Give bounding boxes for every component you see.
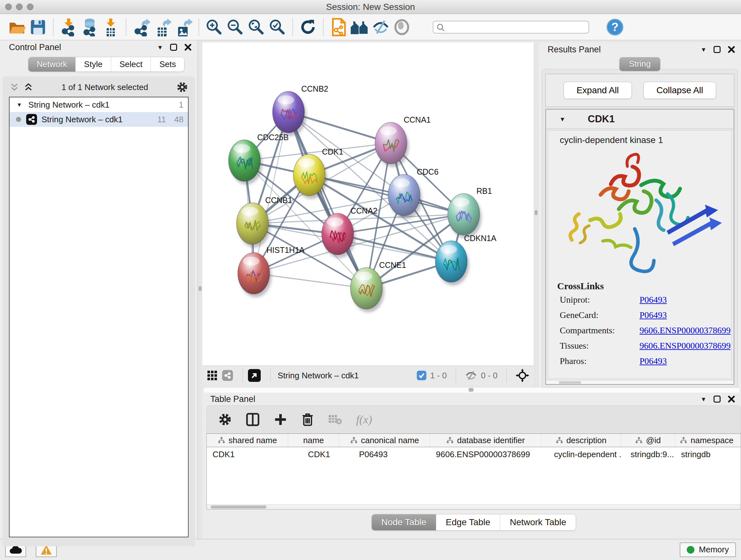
- hide-panels-button[interactable]: [370, 17, 391, 38]
- network-badge-icon[interactable]: [222, 370, 233, 381]
- close-panel-icon[interactable]: [728, 46, 735, 53]
- help-button[interactable]: ?: [604, 17, 625, 38]
- import-network-from-database-button[interactable]: [79, 17, 100, 38]
- add-column-icon[interactable]: [274, 413, 287, 426]
- gear-icon[interactable]: [177, 81, 188, 93]
- network-selection-status: 1 of 1 Network selected: [33, 82, 177, 92]
- birds-eye-toggle[interactable]: [248, 369, 261, 382]
- collapse-all-icon[interactable]: [10, 82, 19, 92]
- tab-sets[interactable]: Sets: [151, 57, 184, 71]
- close-window-button[interactable]: [5, 3, 12, 10]
- zoom-out-button[interactable]: [225, 17, 246, 38]
- tab-string[interactable]: String: [619, 57, 660, 71]
- delete-table-icon[interactable]: [328, 414, 342, 425]
- open-folder-icon: [8, 18, 26, 36]
- collection-expand-icon[interactable]: ▼: [17, 102, 22, 108]
- function-builder-icon[interactable]: f(x): [356, 413, 372, 426]
- panel-menu-icon[interactable]: ▼: [157, 44, 163, 51]
- column-header-database-identifier[interactable]: database identifier: [430, 434, 541, 447]
- control-panel-title: Control Panel: [9, 43, 61, 52]
- export-table-button[interactable]: [152, 17, 173, 38]
- left-splitter[interactable]: [198, 40, 202, 539]
- cell-database-identifier[interactable]: 9606.ENSP00000378699: [430, 449, 541, 459]
- string-import-button[interactable]: [328, 17, 349, 38]
- cloud-icon: [9, 545, 22, 554]
- collapse-all-button[interactable]: Collapse All: [643, 82, 716, 99]
- right-splitter[interactable]: [534, 43, 539, 388]
- network-row[interactable]: String Network – cdk1 11 48: [10, 112, 188, 127]
- column-header-name[interactable]: name: [288, 434, 339, 447]
- search-input[interactable]: [433, 21, 589, 34]
- memory-button[interactable]: Memory: [680, 543, 736, 557]
- section-expand-icon[interactable]: ▼: [559, 116, 565, 122]
- export-image-button[interactable]: [173, 17, 194, 38]
- import-table-button[interactable]: [100, 17, 121, 38]
- network-node-CDC25B[interactable]: CDC25B: [228, 133, 289, 185]
- network-node-CDKN1A[interactable]: CDKN1A: [435, 234, 496, 286]
- tab-network-table[interactable]: Network Table: [500, 514, 576, 530]
- network-node-RB1[interactable]: RB1: [448, 186, 492, 238]
- column-header-canonical-name[interactable]: canonical name: [339, 434, 430, 447]
- tab-select[interactable]: Select: [111, 57, 151, 71]
- export-network-button[interactable]: [131, 17, 152, 38]
- cell-shared-name[interactable]: CDK1: [207, 449, 288, 459]
- panel-menu-icon[interactable]: ▼: [700, 47, 706, 53]
- column-header-description[interactable]: description: [541, 434, 621, 447]
- network-canvas[interactable]: CCNB2CCNA1CDC25BCDK1CDC6RB1CCNB1CCNA2HIS…: [202, 43, 534, 366]
- table-horizontal-scrollbar[interactable]: [207, 504, 741, 509]
- zoom-selected-button[interactable]: [267, 17, 288, 38]
- gear-icon[interactable]: [218, 413, 232, 426]
- crosslink-compartments[interactable]: 9606.ENSP00000378699: [639, 325, 731, 335]
- results-scrollbar[interactable]: [546, 380, 734, 384]
- tab-edge-table[interactable]: Edge Table: [436, 514, 500, 530]
- return-home-button[interactable]: [349, 17, 370, 38]
- node-label-CCNB1: CCNB1: [265, 196, 292, 205]
- cell-description[interactable]: cyclin-dependent ...: [541, 449, 621, 459]
- save-session-button[interactable]: [27, 17, 49, 38]
- tab-style[interactable]: Style: [76, 57, 111, 71]
- tab-network[interactable]: Network: [28, 57, 76, 71]
- grid-view-icon[interactable]: [207, 370, 218, 381]
- pan-crosshair-icon[interactable]: [516, 369, 529, 382]
- network-node-HIST1H1A[interactable]: HIST1H1A: [238, 246, 305, 297]
- column-header-shared-name[interactable]: shared name: [207, 434, 288, 447]
- selected-nodes-checkbox[interactable]: [417, 371, 426, 380]
- float-panel-icon[interactable]: [714, 395, 721, 402]
- float-panel-icon[interactable]: [714, 46, 721, 53]
- delete-column-icon[interactable]: [301, 413, 314, 427]
- crosslink-uniprot[interactable]: P06493: [639, 295, 667, 305]
- cell-namespace[interactable]: stringdb: [675, 449, 741, 459]
- network-node-CDC6[interactable]: CDC6: [388, 167, 439, 219]
- show-panels-button[interactable]: [391, 17, 412, 38]
- crosslink-genecard[interactable]: P06493: [639, 310, 667, 320]
- network-node-CCNB2[interactable]: CCNB2: [273, 84, 328, 136]
- cell-name[interactable]: CDK1: [288, 449, 339, 459]
- close-panel-icon[interactable]: [728, 395, 735, 403]
- network-node-CCNA1[interactable]: CCNA1: [375, 115, 431, 167]
- minimize-window-button[interactable]: [16, 3, 23, 10]
- float-panel-icon[interactable]: [170, 44, 177, 51]
- open-session-button[interactable]: [6, 17, 27, 38]
- refresh-button[interactable]: [297, 17, 319, 38]
- cell-canonical-name[interactable]: P06493: [339, 449, 430, 459]
- crosslink-tissues[interactable]: 9606.ENSP00000378699: [639, 341, 731, 351]
- maximize-window-button[interactable]: [27, 3, 33, 10]
- tab-node-table[interactable]: Node Table: [372, 514, 436, 530]
- panel-menu-icon[interactable]: ▼: [700, 396, 706, 402]
- column-header-namespace[interactable]: namespace: [675, 434, 741, 447]
- column-header-id[interactable]: @id: [621, 434, 675, 447]
- expand-all-icon[interactable]: [23, 82, 33, 92]
- network-node-CCNE1[interactable]: CCNE1: [350, 260, 406, 312]
- crosslink-pharos[interactable]: P06493: [639, 356, 667, 366]
- network-collection-row[interactable]: ▼ String Network – cdk1 1: [10, 98, 188, 112]
- zoom-in-button[interactable]: [204, 17, 225, 38]
- cell-id[interactable]: stringdb:9...: [621, 449, 675, 459]
- zoom-fit-button[interactable]: [246, 17, 267, 38]
- expand-all-button[interactable]: Expand All: [563, 82, 632, 99]
- table-row[interactable]: CDK1 CDK1 P06493 9606.ENSP00000378699 cy…: [207, 447, 741, 461]
- select-columns-icon[interactable]: [246, 413, 260, 427]
- close-panel-icon[interactable]: [184, 44, 192, 51]
- import-network-button[interactable]: [58, 17, 79, 38]
- cytoscape-window: Session: New Session: [0, 0, 741, 560]
- horizontal-splitter[interactable]: [204, 388, 740, 393]
